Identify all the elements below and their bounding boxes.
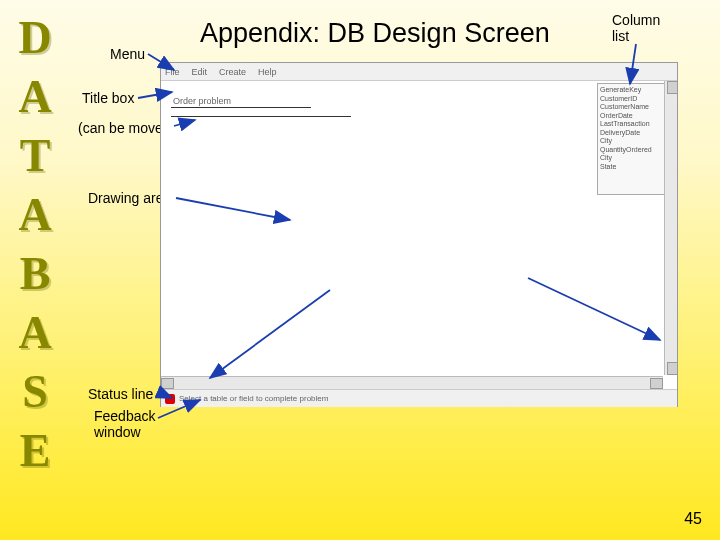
sidebar-letters: D A T A B A S E: [0, 0, 70, 488]
letter-s: S: [22, 365, 48, 418]
col-item[interactable]: State: [600, 163, 670, 172]
letter-t: T: [20, 129, 51, 182]
status-icon: [165, 394, 175, 404]
label-drawingarea: Drawing area: [88, 190, 171, 206]
letter-a1: A: [18, 70, 51, 123]
letter-a3: A: [18, 306, 51, 359]
col-item[interactable]: City: [600, 154, 670, 163]
title-box[interactable]: Order problem: [171, 95, 311, 108]
letter-e: E: [20, 424, 51, 477]
drawing-area[interactable]: Order problem GenerateKey CustomerID Cus…: [161, 81, 677, 389]
col-item[interactable]: DeliveryDate: [600, 129, 670, 138]
vertical-scrollbar[interactable]: [664, 81, 677, 375]
menu-file[interactable]: File: [165, 67, 180, 77]
col-item[interactable]: CustomerID: [600, 95, 670, 104]
letter-d: D: [18, 11, 51, 64]
letter-a2: A: [18, 188, 51, 241]
app-window: File Edit Create Help Order problem Gene…: [160, 62, 678, 407]
label-statusline: Status line: [88, 386, 153, 402]
menu-help[interactable]: Help: [258, 67, 277, 77]
title-box-line: [171, 116, 351, 117]
page-title: Appendix: DB Design Screen: [200, 18, 550, 49]
label-feedbackwindow: Feedback window: [94, 408, 155, 440]
page-number: 45: [684, 510, 702, 528]
col-item[interactable]: LastTransaction: [600, 120, 670, 129]
col-item[interactable]: QuantityOrdered: [600, 146, 670, 155]
letter-b: B: [20, 247, 51, 300]
col-item[interactable]: GenerateKey: [600, 86, 670, 95]
menu-edit[interactable]: Edit: [192, 67, 208, 77]
label-columnlist: Column list: [612, 12, 660, 44]
status-text: Select a table or field to complete prob…: [179, 394, 328, 403]
label-menu: Menu: [110, 46, 145, 62]
col-item[interactable]: CustomerName: [600, 103, 670, 112]
status-bar: Select a table or field to complete prob…: [161, 389, 677, 407]
horizontal-scrollbar[interactable]: [161, 376, 663, 389]
col-item[interactable]: OrderDate: [600, 112, 670, 121]
column-list[interactable]: GenerateKey CustomerID CustomerName Orde…: [597, 83, 673, 195]
label-titlebox: Title box: [82, 90, 134, 106]
col-item[interactable]: City: [600, 137, 670, 146]
menu-create[interactable]: Create: [219, 67, 246, 77]
app-menubar[interactable]: File Edit Create Help: [161, 63, 677, 81]
